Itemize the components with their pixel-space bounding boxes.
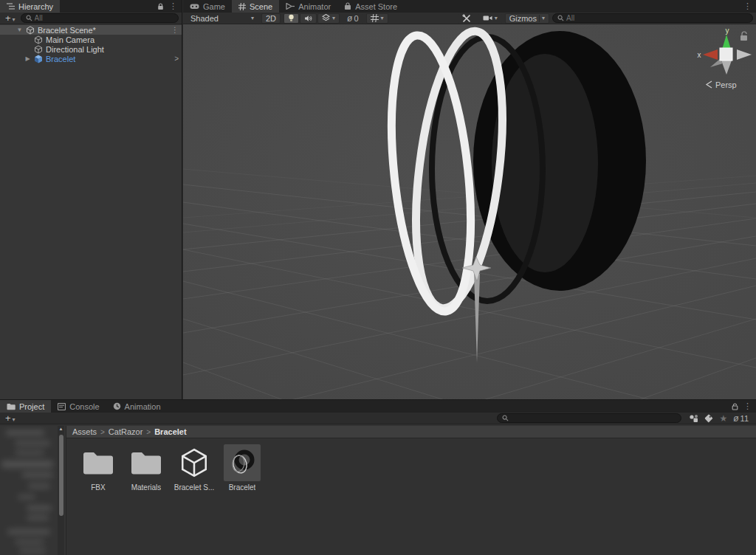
scene-hidden-objects-button[interactable]: ø0 [343, 13, 362, 24]
chevron-down-icon: ▾ [13, 16, 16, 23]
hierarchy-item-label: Bracelet Scene* [38, 26, 96, 35]
eye-off-icon: ø [733, 413, 738, 424]
lightbulb-icon [288, 14, 295, 22]
breadcrumb-catrazor[interactable]: CatRazor [109, 427, 142, 436]
asset-model-bracelet[interactable]: Bracelet [221, 444, 264, 492]
breadcrumb: Assets > CatRazor > Bracelet [66, 426, 756, 438]
hierarchy-toolbar: + ▾ [0, 13, 182, 24]
hierarchy-search-input[interactable] [35, 14, 173, 22]
filter-by-label-icon[interactable] [704, 414, 713, 423]
tab-animation[interactable]: Animation [106, 400, 168, 413]
project-assets-grid: FBX Materials Bracelet S... Bracelet [66, 438, 756, 492]
asset-label: Bracelet [229, 483, 256, 492]
project-search[interactable] [497, 413, 681, 423]
tab-asset-store[interactable]: Asset Store [337, 0, 404, 13]
project-tabstrip: Project Console Animation ⋮ [0, 400, 756, 413]
speaker-icon [304, 15, 312, 22]
hierarchy-create-button[interactable]: + ▾ [3, 14, 18, 23]
scrollbar-thumb[interactable] [59, 435, 63, 516]
scene-search-input[interactable] [566, 14, 748, 22]
tab-game[interactable]: Game [183, 0, 232, 13]
hierarchy-item-label: Bracelet [46, 55, 75, 63]
asset-folder-materials[interactable]: Materials [125, 444, 168, 492]
breadcrumb-bracelet[interactable]: Bracelet [154, 427, 186, 436]
grid-toggle-icon [371, 14, 379, 22]
scene-camera-dropdown[interactable]: ▾ [478, 13, 502, 24]
light-gizmo-icon [34, 45, 43, 54]
tab-animator[interactable]: Animator [279, 0, 337, 13]
effects-icon [322, 14, 330, 22]
chevron-down-icon: ▾ [495, 15, 498, 21]
gizmos-dropdown[interactable]: Gizmos ▾ [505, 13, 549, 24]
hierarchy-tabstrip: Hierarchy ⋮ [0, 0, 182, 13]
asset-scene-bracelet-scene[interactable]: Bracelet S... [173, 444, 216, 492]
axis-y-label: y [726, 27, 729, 35]
toggle-2d-button[interactable]: 2D [261, 13, 281, 24]
expand-closed-icon[interactable]: ▶ [24, 55, 31, 62]
hierarchy-icon [7, 3, 15, 10]
project-search-input[interactable] [511, 414, 676, 422]
breadcrumb-assets[interactable]: Assets [72, 427, 97, 436]
unlock-icon[interactable] [732, 403, 738, 410]
favorites-star-icon[interactable]: ★ [719, 413, 727, 424]
scene-audio-button[interactable] [300, 13, 317, 24]
search-icon [502, 415, 509, 421]
project-menu-icon[interactable]: ⋮ [743, 402, 752, 410]
folder-icon [129, 449, 163, 477]
bracelet-thumbnail [227, 447, 258, 478]
prefab-open-chevron-icon[interactable]: > [174, 55, 179, 63]
scene-search[interactable] [552, 13, 753, 23]
tab-label: Console [69, 402, 99, 411]
filter-by-type-icon[interactable] [689, 414, 698, 423]
asset-label: FBX [91, 483, 105, 492]
2d-label: 2D [266, 14, 276, 23]
expand-open-icon[interactable]: ▼ [16, 27, 23, 33]
hierarchy-row-directional-light[interactable]: Directional Light [0, 44, 182, 54]
eye-off-icon: ø [347, 13, 352, 24]
shading-mode-dropdown[interactable]: Shaded ▾ [186, 13, 258, 24]
scene-menu-icon[interactable]: ⋮ [743, 2, 752, 10]
hierarchy-row-scene[interactable]: ▼ Bracelet Scene* ⋮ [0, 25, 182, 35]
row-options-icon[interactable]: ⋮ [171, 27, 179, 34]
hierarchy-row-main-camera[interactable]: Main Camera [0, 35, 182, 44]
chevron-down-icon: ▾ [13, 416, 16, 423]
scrollbar-up-icon[interactable]: ▲ [58, 427, 63, 431]
lock-icon[interactable] [157, 3, 164, 10]
tab-console[interactable]: Console [51, 400, 106, 413]
project-create-button[interactable]: + ▾ [3, 414, 18, 423]
hierarchy-search[interactable] [21, 13, 179, 23]
scene-lighting-button[interactable] [284, 13, 299, 24]
scene-tabstrip: Game Scene Animator Asset Store [183, 0, 756, 13]
scene-grid-icon [238, 3, 246, 10]
axis-x-label: x [698, 51, 701, 59]
asset-folder-fbx[interactable]: FBX [77, 444, 120, 492]
tab-scene[interactable]: Scene [232, 0, 279, 13]
hierarchy-row-bracelet[interactable]: ▶ Bracelet > [0, 54, 182, 63]
hierarchy-tab-label: Hierarchy [18, 2, 53, 11]
tab-project[interactable]: Project [0, 400, 51, 413]
project-folder-tree-blurred: ▲ [0, 426, 66, 555]
tab-label: Asset Store [355, 2, 397, 11]
project-hidden-count: 11 [740, 414, 749, 423]
project-tree-scrollbar[interactable]: ▲ [58, 426, 64, 555]
tab-hierarchy[interactable]: Hierarchy [0, 0, 60, 13]
folder-icon [81, 449, 115, 477]
scene-effects-dropdown[interactable]: ▾ [317, 13, 340, 24]
project-hidden-toggle[interactable]: ø 11 [733, 413, 749, 424]
asset-label: Bracelet S... [174, 483, 214, 492]
clock-icon [113, 402, 121, 410]
scene-grid-dropdown[interactable]: ▾ [366, 13, 388, 24]
shading-mode-label: Shaded [190, 14, 219, 23]
scene-viewport[interactable]: y x Persp [183, 24, 756, 399]
customize-tools-button[interactable] [458, 13, 475, 24]
unity-scene-asset-icon [179, 447, 210, 478]
scene-panel: Game Scene Animator Asset Store [183, 0, 756, 399]
breadcrumb-separator-icon: > [146, 428, 151, 436]
camera-gizmo-icon [34, 35, 43, 44]
gizmo-center-cube[interactable] [720, 48, 732, 61]
projection-label: Persp [715, 80, 737, 89]
prefab-cube-icon [34, 55, 43, 63]
hierarchy-menu-icon[interactable]: ⋮ [169, 2, 177, 10]
search-icon [557, 15, 564, 21]
search-icon [26, 15, 32, 21]
